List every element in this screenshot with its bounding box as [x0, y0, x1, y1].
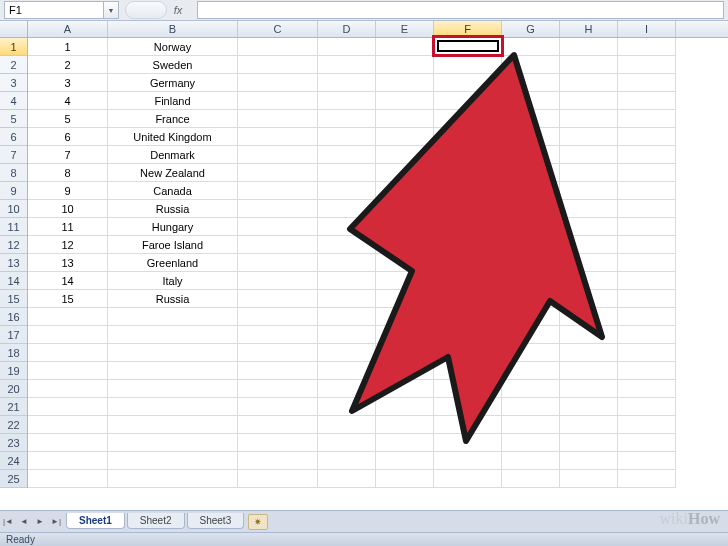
- cell[interactable]: 14: [28, 272, 108, 290]
- insert-sheet-button[interactable]: ✷: [248, 514, 268, 530]
- cell[interactable]: [318, 308, 376, 326]
- cell[interactable]: [28, 362, 108, 380]
- cell[interactable]: [434, 74, 502, 92]
- cell[interactable]: 3: [28, 74, 108, 92]
- cell[interactable]: [502, 254, 560, 272]
- cell[interactable]: [560, 236, 618, 254]
- cell[interactable]: [376, 398, 434, 416]
- cell[interactable]: [28, 380, 108, 398]
- cell[interactable]: [560, 146, 618, 164]
- cell[interactable]: [238, 218, 318, 236]
- cell[interactable]: [318, 200, 376, 218]
- cell[interactable]: [502, 344, 560, 362]
- cell[interactable]: [108, 470, 238, 488]
- cell[interactable]: [108, 416, 238, 434]
- cell[interactable]: [238, 362, 318, 380]
- cell[interactable]: [376, 74, 434, 92]
- cell[interactable]: [318, 38, 376, 56]
- cell[interactable]: [502, 326, 560, 344]
- cell[interactable]: [560, 326, 618, 344]
- cell[interactable]: [434, 398, 502, 416]
- cell[interactable]: [318, 452, 376, 470]
- cell[interactable]: [502, 92, 560, 110]
- cell[interactable]: [502, 38, 560, 56]
- cell[interactable]: [376, 434, 434, 452]
- cell[interactable]: [618, 380, 676, 398]
- cell[interactable]: [376, 218, 434, 236]
- cell[interactable]: [238, 272, 318, 290]
- cell[interactable]: France: [108, 110, 238, 128]
- column-header-A[interactable]: A: [28, 21, 108, 37]
- cell[interactable]: [618, 38, 676, 56]
- cell[interactable]: [434, 434, 502, 452]
- cell[interactable]: [502, 128, 560, 146]
- row-header[interactable]: 20: [0, 380, 27, 398]
- cell[interactable]: [618, 164, 676, 182]
- cell[interactable]: [238, 470, 318, 488]
- cell[interactable]: [376, 452, 434, 470]
- row-header[interactable]: 23: [0, 434, 27, 452]
- row-header[interactable]: 18: [0, 344, 27, 362]
- cell[interactable]: Finland: [108, 92, 238, 110]
- cell[interactable]: [434, 272, 502, 290]
- cell[interactable]: [560, 272, 618, 290]
- cell[interactable]: [502, 146, 560, 164]
- cell[interactable]: 7: [28, 146, 108, 164]
- column-header-D[interactable]: D: [318, 21, 376, 37]
- row-header[interactable]: 17: [0, 326, 27, 344]
- cell[interactable]: [618, 128, 676, 146]
- cell[interactable]: [618, 434, 676, 452]
- row-header[interactable]: 19: [0, 362, 27, 380]
- column-header-E[interactable]: E: [376, 21, 434, 37]
- tab-nav-prev-icon[interactable]: ◄: [16, 513, 32, 531]
- cell[interactable]: [434, 362, 502, 380]
- cell[interactable]: [618, 56, 676, 74]
- cell[interactable]: [618, 110, 676, 128]
- cell[interactable]: [434, 164, 502, 182]
- cell[interactable]: [434, 200, 502, 218]
- row-header[interactable]: 22: [0, 416, 27, 434]
- cell[interactable]: [376, 272, 434, 290]
- cell[interactable]: [238, 164, 318, 182]
- tab-nav-first-icon[interactable]: |◄: [0, 513, 16, 531]
- cell[interactable]: [560, 200, 618, 218]
- cell[interactable]: [28, 452, 108, 470]
- cell[interactable]: 4: [28, 92, 108, 110]
- cell[interactable]: Canada: [108, 182, 238, 200]
- cell[interactable]: [618, 362, 676, 380]
- cell[interactable]: [238, 434, 318, 452]
- cell[interactable]: [618, 146, 676, 164]
- cell[interactable]: [238, 398, 318, 416]
- cell[interactable]: [238, 290, 318, 308]
- cell[interactable]: [318, 146, 376, 164]
- cell[interactable]: Hungary: [108, 218, 238, 236]
- cell[interactable]: [618, 398, 676, 416]
- cell[interactable]: [560, 470, 618, 488]
- cell[interactable]: [560, 380, 618, 398]
- cell[interactable]: [318, 470, 376, 488]
- cell[interactable]: [238, 452, 318, 470]
- cell[interactable]: [502, 434, 560, 452]
- cell[interactable]: [560, 290, 618, 308]
- cell[interactable]: [238, 380, 318, 398]
- row-header[interactable]: 13: [0, 254, 27, 272]
- cell[interactable]: [238, 200, 318, 218]
- cell[interactable]: [318, 56, 376, 74]
- cell[interactable]: [108, 362, 238, 380]
- cell[interactable]: Italy: [108, 272, 238, 290]
- cell[interactable]: [502, 218, 560, 236]
- cell[interactable]: [318, 398, 376, 416]
- cell[interactable]: [238, 344, 318, 362]
- cell[interactable]: 15: [28, 290, 108, 308]
- cell[interactable]: [376, 128, 434, 146]
- cell[interactable]: Russia: [108, 290, 238, 308]
- sheet-tab[interactable]: Sheet2: [127, 513, 185, 529]
- cell[interactable]: [502, 470, 560, 488]
- row-header[interactable]: 5: [0, 110, 27, 128]
- cell[interactable]: [376, 344, 434, 362]
- cell[interactable]: [108, 398, 238, 416]
- row-header[interactable]: 4: [0, 92, 27, 110]
- cell[interactable]: Denmark: [108, 146, 238, 164]
- cell[interactable]: [560, 92, 618, 110]
- cell[interactable]: [238, 128, 318, 146]
